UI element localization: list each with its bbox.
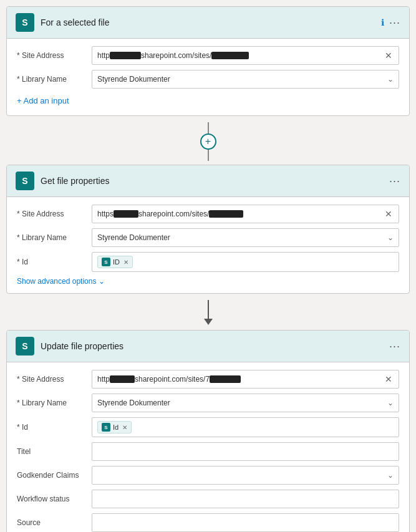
card1-site-address-field[interactable]: httpsharepoint.com/sites/ ✕ xyxy=(92,46,399,65)
card3-id-chip-remove[interactable]: ✕ xyxy=(122,424,127,431)
card2-site-address-label: * Site Address xyxy=(17,210,85,218)
card2-title: Get file properties xyxy=(41,176,383,186)
card2-library-chevron: ⌄ xyxy=(387,233,394,242)
card3-more-icon[interactable]: ··· xyxy=(389,340,400,353)
card3-godkender-label: Godkender Claims xyxy=(17,471,85,480)
card3-godkender-row: Godkender Claims ⌄ xyxy=(17,466,399,485)
card2-site-address-field[interactable]: httpssharepoint.com/sites/ ✕ xyxy=(92,205,399,223)
card1-site-address-row: * Site Address httpsharepoint.com/sites/… xyxy=(17,46,399,65)
card3-library-chevron: ⌄ xyxy=(387,399,394,407)
card3-source-input[interactable] xyxy=(97,518,394,527)
card2-id-chip-remove[interactable]: ✕ xyxy=(123,259,128,266)
card3-source-field[interactable] xyxy=(92,513,399,532)
card1-site-address-value: httpsharepoint.com/sites/ xyxy=(97,51,384,60)
card3-icon: S xyxy=(16,337,34,355)
card3-titel-field[interactable] xyxy=(92,442,399,461)
card3-id-label: * Id xyxy=(17,423,85,432)
masked-seg5 xyxy=(110,375,135,383)
card1-library-name-value: Styrende Dokumenter xyxy=(97,75,170,84)
card3-godkender-chevron: ⌄ xyxy=(387,471,394,480)
card3-id-chip-label: Id xyxy=(113,423,119,431)
card1-actions: ℹ ··· xyxy=(381,16,400,29)
connector1-line xyxy=(208,122,209,133)
card3-titel-input[interactable] xyxy=(97,447,394,456)
card2-more-icon[interactable]: ··· xyxy=(389,175,400,188)
connector2-arrow xyxy=(204,319,213,325)
card3-site-address-value: httpsharepoint.com/sites/7 xyxy=(97,375,384,384)
card1-header: S For a selected file ℹ ··· xyxy=(7,7,409,39)
card3-id-chip-icon: S xyxy=(102,423,110,432)
card3-library-name-value: Styrende Dokumenter xyxy=(97,399,170,407)
connector1-circle[interactable]: + xyxy=(200,133,216,150)
card3-actions: ··· xyxy=(389,340,400,353)
connector2-line xyxy=(208,300,209,319)
card3-body: * Site Address httpsharepoint.com/sites/… xyxy=(7,362,409,532)
card1-body: * Site Address httpsharepoint.com/sites/… xyxy=(7,39,409,115)
add-input-label: + Add an input xyxy=(17,96,69,105)
card3-site-address-label: * Site Address xyxy=(17,375,85,384)
card1-library-name-dropdown[interactable]: Styrende Dokumenter ⌄ xyxy=(92,70,399,89)
connector2 xyxy=(6,300,410,325)
card2-show-advanced-label: Show advanced options xyxy=(17,277,96,286)
card3-header: S Update file properties ··· xyxy=(7,331,409,362)
masked-seg4 xyxy=(209,210,243,218)
card3-source-label: Source xyxy=(17,518,85,527)
card3-workflow-label: Workflow status xyxy=(17,495,85,503)
masked-segment2 xyxy=(211,52,249,59)
card3-library-name-label: * Library Name xyxy=(17,399,85,407)
card2-actions: ··· xyxy=(389,175,400,188)
connector1: + xyxy=(6,122,410,161)
card2-id-chip-label: ID xyxy=(113,258,120,266)
card3-source-row: Source xyxy=(17,513,399,532)
card2-id-row: * Id S ID ✕ xyxy=(17,252,399,272)
card2-library-name-value: Styrende Dokumenter xyxy=(97,233,170,242)
card2-library-name-dropdown[interactable]: Styrende Dokumenter ⌄ xyxy=(92,228,399,247)
card3-titel-label: Titel xyxy=(17,447,85,456)
card1-icon: S xyxy=(16,13,34,32)
card2-id-chip: S ID ✕ xyxy=(97,256,133,268)
card3-site-address-row: * Site Address httpsharepoint.com/sites/… xyxy=(17,370,399,389)
card3-workflow-input[interactable] xyxy=(97,495,394,503)
card2-site-address-clear[interactable]: ✕ xyxy=(384,209,394,219)
card3-id-chip: S Id ✕ xyxy=(97,421,132,433)
card3-id-field[interactable]: S Id ✕ xyxy=(92,417,399,437)
card2-show-advanced[interactable]: Show advanced options ⌄ xyxy=(17,277,399,286)
more-menu-icon[interactable]: ··· xyxy=(389,16,400,29)
card2-site-address-row: * Site Address httpssharepoint.com/sites… xyxy=(17,205,399,223)
add-input-button[interactable]: + Add an input xyxy=(17,94,399,108)
masked-segment1 xyxy=(110,52,141,59)
card1-title: For a selected file xyxy=(41,17,375,27)
card2-body: * Site Address httpssharepoint.com/sites… xyxy=(7,197,409,293)
info-icon[interactable]: ℹ xyxy=(381,17,384,27)
card3-library-name-row: * Library Name Styrende Dokumenter ⌄ xyxy=(17,394,399,412)
card2-id-chip-icon: S xyxy=(102,258,110,266)
masked-seg6 xyxy=(210,375,241,383)
card2-library-name-label: * Library Name xyxy=(17,233,85,242)
masked-seg3 xyxy=(114,210,138,218)
card-for-selected-file: S For a selected file ℹ ··· * Site Addre… xyxy=(6,6,410,116)
card2-id-label: * Id xyxy=(17,258,85,266)
card2-advanced-chevron: ⌄ xyxy=(99,277,105,286)
card3-titel-row: Titel xyxy=(17,442,399,461)
card2-site-address-value: httpssharepoint.com/sites/ xyxy=(97,210,384,218)
card3-workflow-row: Workflow status xyxy=(17,490,399,508)
card3-library-name-dropdown[interactable]: Styrende Dokumenter ⌄ xyxy=(92,394,399,412)
card1-site-address-clear[interactable]: ✕ xyxy=(384,51,394,60)
card2-library-name-row: * Library Name Styrende Dokumenter ⌄ xyxy=(17,228,399,247)
card1-library-name-row: * Library Name Styrende Dokumenter ⌄ xyxy=(17,70,399,89)
card3-site-address-clear[interactable]: ✕ xyxy=(384,374,394,384)
card3-workflow-field[interactable] xyxy=(92,490,399,508)
card3-site-address-field[interactable]: httpsharepoint.com/sites/7 ✕ xyxy=(92,370,399,389)
connector1-line2 xyxy=(208,150,209,161)
card-get-file-properties: S Get file properties ··· * Site Address… xyxy=(6,165,410,294)
card-update-file-properties: S Update file properties ··· * Site Addr… xyxy=(6,330,410,532)
card2-icon: S xyxy=(16,172,34,190)
card3-godkender-dropdown[interactable]: ⌄ xyxy=(92,466,399,485)
card3-id-row: * Id S Id ✕ xyxy=(17,417,399,437)
card3-title: Update file properties xyxy=(41,341,383,351)
card1-library-name-chevron: ⌄ xyxy=(387,75,394,84)
card1-site-address-label: * Site Address xyxy=(17,51,85,60)
card1-library-name-label: * Library Name xyxy=(17,75,85,84)
card2-header: S Get file properties ··· xyxy=(7,165,409,197)
card2-id-field[interactable]: S ID ✕ xyxy=(92,252,399,272)
